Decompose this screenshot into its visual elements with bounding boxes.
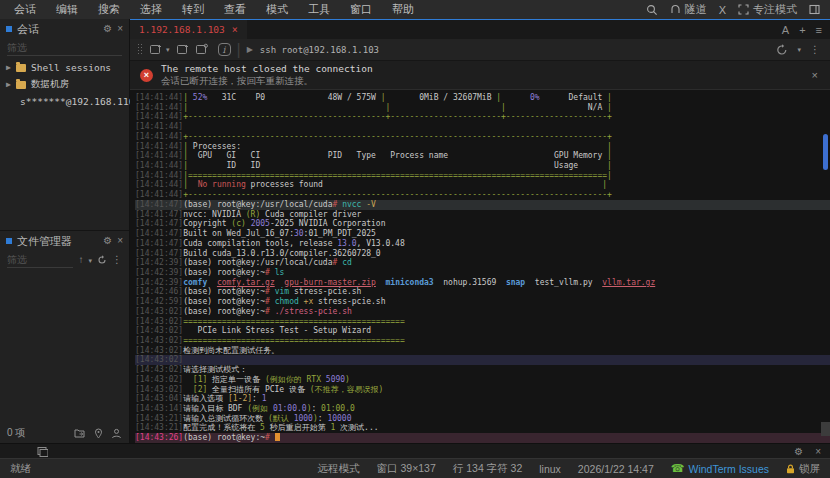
gear-icon[interactable]: ⚙: [103, 24, 112, 34]
reconnect-icon[interactable]: [776, 44, 788, 56]
gear-icon[interactable]: ⚙: [103, 236, 112, 246]
terminal-line: [14:41:47]Build cuda_13.0.r13.0/compiler…: [135, 249, 830, 259]
font-size-button[interactable]: A: [782, 24, 789, 36]
info-icon[interactable]: i: [218, 43, 231, 56]
file-filter-input[interactable]: [7, 252, 73, 268]
kebab-icon[interactable]: ⋮: [810, 44, 820, 55]
menu-item-6[interactable]: 模式: [258, 2, 296, 17]
clone-terminal-icon[interactable]: [195, 43, 208, 56]
kebab-icon[interactable]: ⋮: [112, 255, 122, 265]
refresh-icon[interactable]: [97, 255, 107, 265]
menu-item-9[interactable]: 帮助: [384, 2, 422, 17]
terminal-line: [14:41:44]+-----------------------------…: [135, 112, 830, 122]
terminal-line: [14:41:47]Built on Wed_Jul_16_07:30:01_P…: [135, 229, 830, 239]
file-list-empty: [0, 271, 129, 423]
split-terminal-icon[interactable]: [176, 43, 189, 56]
terminal-line: [14:43:02]检测到尚未配置测试任务。: [135, 346, 830, 356]
panel-indicator-icon: [6, 238, 12, 244]
window-layout-icon[interactable]: [809, 4, 820, 15]
close-icon[interactable]: ×: [815, 446, 821, 457]
tunnel-button[interactable]: 隧道: [670, 2, 707, 17]
open-folder-icon[interactable]: [74, 428, 86, 438]
terminal-line: [14:43:02] [2] 全量扫描所有 PCIe 设备 (不推荐，容易误报): [135, 385, 830, 395]
file-manager-panel: 文件管理器 ⚙ × ↑ ▾ ⋮ 0 项: [0, 231, 129, 443]
session-filter-input[interactable]: [7, 40, 122, 56]
chevron-down-icon[interactable]: ▾: [88, 257, 92, 264]
gear-icon[interactable]: ⚙: [794, 446, 803, 457]
tab-close-icon[interactable]: ×: [232, 24, 238, 35]
status-os[interactable]: linux: [539, 463, 561, 475]
status-window-size[interactable]: 窗口 39×137: [377, 462, 436, 476]
close-icon[interactable]: ×: [117, 24, 123, 34]
terminal-line: [14:43:02]==============================…: [135, 317, 830, 327]
drag-handle[interactable]: [137, 43, 142, 56]
terminal-line: [14:42:46](base) root@key:~# vim stress-…: [135, 287, 830, 297]
address-text[interactable]: ssh root@192.168.1.103: [260, 45, 379, 55]
phone-icon: ☎: [671, 462, 685, 475]
notification-line2: 会话已断开连接，按回车重新连接。: [161, 75, 802, 87]
menu-item-4[interactable]: 转到: [174, 2, 212, 17]
tab-list-button[interactable]: ≡: [816, 24, 822, 36]
menu-item-7[interactable]: 工具: [300, 2, 338, 17]
tree-item-0[interactable]: ▶Shell sessions: [0, 59, 129, 76]
terminal-line: [14:42:39]comfy comfy.tar.gz gpu-burn-ma…: [135, 278, 830, 288]
terminal-line: [14:41:44]| No running processes found |: [135, 180, 830, 190]
chevron-right-icon[interactable]: ▶: [6, 80, 16, 89]
status-mode[interactable]: 远程模式: [318, 462, 360, 476]
sidebar: 会话 ⚙ × ▶Shell sessions▶数据机房s*******@192.…: [0, 19, 130, 443]
menu-bar: 会话编辑搜索选择转到查看模式工具窗口帮助 隧道 X 专注模式: [0, 0, 830, 19]
notification-close-icon[interactable]: ×: [810, 69, 820, 81]
terminal-line: [14:41:47]Copyright (c) 2005-2025 NVIDIA…: [135, 219, 830, 229]
menu-items: 会话编辑搜索选择转到查看模式工具窗口帮助: [6, 2, 422, 17]
focus-mode-button[interactable]: 专注模式: [738, 2, 797, 17]
status-datetime: 2026/1/22 14:47: [578, 463, 654, 475]
close-icon[interactable]: ×: [117, 236, 123, 246]
panel-indicator-icon: [6, 26, 12, 32]
menu-item-8[interactable]: 窗口: [342, 2, 380, 17]
scrollbar-bottom[interactable]: [821, 422, 830, 436]
error-icon: ×: [140, 69, 153, 82]
menu-item-3[interactable]: 选择: [132, 2, 170, 17]
chevron-down-icon[interactable]: ▾: [166, 46, 170, 54]
status-cursor-pos[interactable]: 行 134 字符 32: [453, 462, 522, 476]
terminal-toolbar: ▾ i | ▶ ssh root@192.168.1.103 ▾ ⋮: [130, 39, 830, 61]
status-issues-link[interactable]: ☎ WindTerm Issues: [671, 462, 769, 475]
tab-session[interactable]: 1.192.168.1.103 ×: [130, 20, 247, 39]
new-terminal-icon[interactable]: [149, 43, 162, 56]
status-ready: 就绪: [10, 462, 31, 476]
terminal-output[interactable]: [14:41:44]| 52% 31C P0 48W / 575W | 0MiB…: [130, 90, 830, 443]
arrow-up-icon[interactable]: ↑: [78, 255, 83, 265]
status-lock[interactable]: 锁屏: [786, 462, 820, 476]
session-panel-title: 会话: [17, 22, 39, 37]
person-pin-icon[interactable]: [111, 428, 122, 439]
new-tab-button[interactable]: +: [799, 24, 805, 36]
terminal-line: [14:42:59](base) root@key:~# chmod +x st…: [135, 297, 830, 307]
tab-label: 1.192.168.1.103: [139, 24, 225, 35]
x-tool-button[interactable]: X: [719, 4, 726, 16]
tree-item-2[interactable]: s*******@192.168.110.10: [0, 93, 129, 110]
file-panel-title: 文件管理器: [17, 234, 72, 249]
menu-item-5[interactable]: 查看: [216, 2, 254, 17]
scrollbar-thumb[interactable]: [823, 134, 828, 170]
terminal-line: [14:41:44]+-----------------------------…: [135, 190, 830, 200]
terminal-line: [14:43:02]请选择测试模式：: [135, 365, 830, 375]
location-pin-icon[interactable]: [94, 428, 103, 439]
menu-item-1[interactable]: 编辑: [48, 2, 86, 17]
menu-item-2[interactable]: 搜索: [90, 2, 128, 17]
chevron-right-icon[interactable]: ▶: [6, 63, 16, 72]
tunnel-icon: [670, 4, 681, 15]
terminal-line: [14:41:44]| 52% 31C P0 48W / 575W | 0MiB…: [135, 93, 830, 103]
tree-item-1[interactable]: ▶数据机房: [0, 76, 129, 93]
search-icon[interactable]: [646, 4, 658, 16]
chevron-down-icon[interactable]: ▾: [797, 46, 801, 54]
terminal-line: [14:43:26](base) root@key:~#: [135, 433, 830, 443]
session-panel: 会话 ⚙ × ▶Shell sessions▶数据机房s*******@192.…: [0, 19, 129, 231]
menu-item-0[interactable]: 会话: [6, 2, 44, 17]
tree-item-label: 数据机房: [31, 78, 69, 91]
terminal-line: [14:41:44]: [135, 122, 830, 132]
terminal-line: [14:43:02] [1] 指定单一设备 (例如你的 RTX 5090): [135, 375, 830, 385]
pane-terminal-icon[interactable]: [37, 446, 48, 457]
terminal-line: [14:41:47]Cuda compilation tools, releas…: [135, 239, 830, 249]
focus-mode-icon: [738, 4, 749, 15]
status-bar: 就绪 远程模式 窗口 39×137 行 134 字符 32 linux 2026…: [0, 458, 830, 478]
